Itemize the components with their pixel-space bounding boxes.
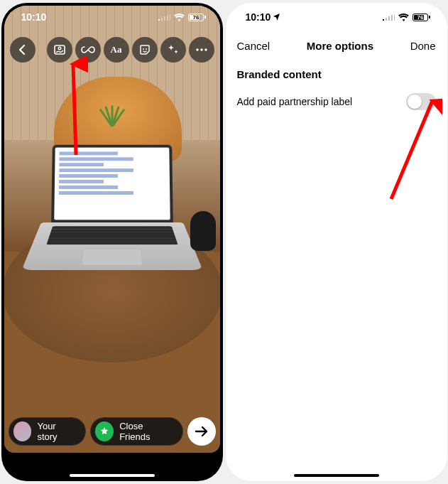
svg-point-4	[196, 48, 198, 50]
page-title: More options	[307, 40, 373, 52]
more-button[interactable]	[189, 37, 214, 63]
cellular-signal-icon	[158, 14, 170, 21]
photo-laptop-base	[21, 222, 202, 270]
status-bar: 10:10 76	[226, 3, 447, 31]
battery-icon: 76	[413, 14, 430, 21]
home-indicator	[70, 474, 155, 477]
back-button[interactable]	[10, 37, 35, 63]
section-title: Branded content	[237, 68, 436, 80]
paid-partnership-row: Add paid partnership label	[237, 90, 436, 113]
status-time: 10:10	[21, 11, 47, 23]
wifi-icon	[174, 14, 185, 21]
svg-point-1	[58, 47, 61, 50]
status-bar: 10:10 76	[1, 3, 223, 31]
svg-point-2	[143, 48, 144, 50]
status-time: 10:10	[246, 11, 271, 23]
gallery-button[interactable]	[47, 37, 72, 63]
gallery-icon	[53, 43, 66, 56]
paid-partnership-label: Add paid partnership label	[237, 96, 353, 107]
star-icon	[95, 421, 114, 441]
home-indicator	[294, 474, 379, 477]
story-top-toolbar: Aa	[10, 37, 214, 63]
photo-background-plant	[91, 105, 133, 148]
location-icon	[273, 14, 280, 21]
your-story-button[interactable]: Your story	[9, 417, 87, 446]
paid-partnership-toggle[interactable]	[406, 93, 436, 110]
photo-laptop-screen	[51, 145, 173, 223]
cancel-button[interactable]: Cancel	[237, 40, 271, 52]
cellular-signal-icon	[383, 14, 395, 21]
svg-point-3	[146, 48, 147, 50]
svg-point-6	[204, 48, 207, 50]
sparkle-icon	[167, 43, 180, 56]
svg-point-5	[200, 48, 202, 50]
close-friends-button[interactable]: Close Friends	[90, 417, 182, 446]
story-editor-screen: 10:10 76	[1, 3, 223, 481]
wifi-icon	[398, 14, 409, 21]
boomerang-button[interactable]	[75, 37, 101, 63]
your-story-label: Your story	[37, 421, 75, 442]
avatar	[13, 421, 32, 441]
branded-content-section: Branded content Add paid partnership lab…	[226, 60, 447, 113]
toggle-knob	[408, 95, 422, 109]
chevron-left-icon	[17, 44, 28, 55]
more-options-screen: 10:10 76 Cancel More options Done Brande…	[226, 3, 447, 481]
nav-bar: Cancel More options Done	[226, 31, 447, 60]
story-preview-area	[4, 6, 220, 453]
sticker-icon	[138, 43, 151, 56]
battery-icon: 76	[188, 14, 206, 21]
effects-button[interactable]	[160, 37, 186, 63]
arrow-right-icon	[195, 426, 209, 437]
text-button[interactable]: Aa	[104, 37, 129, 63]
send-button[interactable]	[187, 417, 216, 446]
photo-speaker	[190, 211, 216, 251]
more-dots-icon	[195, 48, 208, 51]
text-aa-icon: Aa	[111, 44, 122, 55]
infinity-icon	[81, 45, 95, 54]
done-button[interactable]: Done	[410, 40, 436, 52]
sticker-button[interactable]	[132, 37, 158, 63]
story-share-bar: Your story Close Friends	[9, 417, 216, 446]
close-friends-label: Close Friends	[119, 421, 172, 442]
